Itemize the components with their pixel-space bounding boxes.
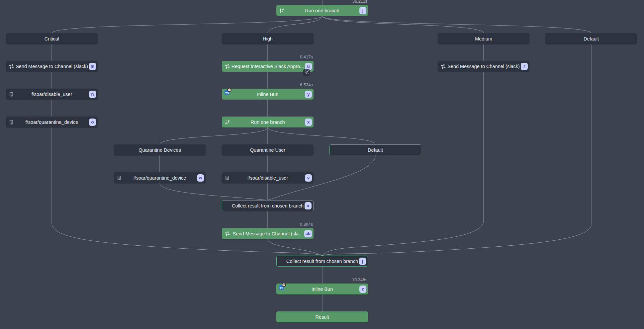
branch-header-medium[interactable]: Medium [438, 33, 529, 44]
flow-canvas[interactable]: 36.211s Run one branch j Critical High M… [0, 0, 644, 329]
node-label: Collect result from chosen branch [277, 259, 367, 264]
node-critical-quarantine-device[interactable]: f/soar/quarantine_device o [6, 117, 98, 127]
node-label: Result [306, 314, 338, 320]
step-id-badge: r [521, 63, 528, 70]
node-sub-disable-user-script[interactable]: f/soar/disable_user v [222, 172, 314, 183]
branch-label: High [259, 36, 276, 41]
node-sub-collect-result[interactable]: Collect result from chosen branch x [222, 200, 314, 211]
node-label: Request Interactive Slack Appro... [222, 64, 313, 69]
node-high-inline-bun[interactable]: 6.534s TS Inline Bun y [222, 89, 314, 100]
node-sub-quarantine-device-script[interactable]: f/soar/quarantine_device w [114, 172, 206, 183]
slack-icon [9, 64, 14, 69]
step-id-badge: n [89, 91, 96, 98]
branch-label: Default [364, 147, 386, 153]
duration-label: 10.348s [352, 277, 367, 282]
step-id-badge: ab [304, 230, 312, 237]
node-label: Send Message to Channel (slack) [6, 64, 97, 69]
node-label: f/soar/quarantine_device [16, 120, 88, 125]
step-id-badge: u [305, 63, 312, 70]
workspace-script-icon [9, 120, 14, 124]
node-label: Inline Bun [302, 287, 342, 292]
slack-icon [225, 231, 230, 236]
branch-header-sub-default-chosen[interactable]: Default [329, 144, 421, 155]
git-branch-icon [279, 8, 284, 13]
node-medium-send-message[interactable]: Send Message to Channel (slack) r [438, 61, 529, 72]
branch-label: Quarantine User [247, 147, 289, 153]
slack-icon [441, 64, 446, 69]
node-run-one-branch-top[interactable]: 36.211s Run one branch j [276, 5, 368, 16]
node-label: Run one branch [296, 8, 348, 13]
node-label: f/soar/quarantine_device [124, 175, 196, 181]
slack-icon [225, 64, 230, 69]
suspend-approval-chip [303, 69, 310, 75]
duration-label: 0.304s [300, 222, 313, 227]
node-label: f/soar/disable_user [238, 175, 298, 181]
node-final-inline-bun[interactable]: 10.348s TS Inline Bun z [276, 284, 368, 294]
branch-label: Medium [472, 36, 496, 41]
node-label: Send Message to Channel (sla... [224, 231, 312, 236]
step-id-badge: v [305, 174, 312, 182]
node-main-collect-result[interactable]: Collect result from chosen branch j [276, 256, 368, 267]
duration-label: 6.534s [300, 82, 313, 87]
node-label: f/soar/disable_user [22, 92, 82, 97]
node-high-send-message[interactable]: 0.304s Send Message to Channel (sla... a… [222, 228, 314, 239]
step-id-badge: m [89, 63, 96, 70]
step-id-badge: w [197, 174, 204, 182]
step-id-badge: x [305, 119, 312, 126]
step-id-badge: z [359, 286, 366, 293]
node-high-run-one-branch[interactable]: Run one branch x [222, 117, 314, 127]
branch-header-quarantine-devices[interactable]: Quarantine Devices [114, 144, 206, 155]
step-id-badge: y [305, 91, 312, 98]
step-id-badge: o [89, 119, 96, 126]
workspace-script-icon [9, 92, 14, 97]
branch-header-high[interactable]: High [222, 33, 314, 44]
node-label: Collect result from chosen branch [223, 203, 313, 208]
node-high-request-approval[interactable]: 0.417s Request Interactive Slack Appro..… [222, 61, 314, 72]
phone-incoming-icon [305, 70, 309, 74]
bun-icon [227, 88, 231, 93]
git-branch-icon [225, 120, 230, 124]
step-id-badge: x [305, 202, 312, 209]
duration-label: 36.211s [352, 0, 367, 4]
branch-label: Critical [41, 36, 62, 41]
node-label: Inline Bun [248, 92, 288, 97]
step-id-badge: j [359, 258, 366, 265]
duration-label: 0.417s [300, 54, 313, 59]
workspace-script-icon [117, 175, 122, 180]
step-id-badge: j [359, 7, 366, 14]
bun-icon [282, 283, 286, 288]
branch-label: Quarantine Devices [135, 147, 184, 153]
branch-label: Default [580, 36, 602, 41]
branch-header-default[interactable]: Default [545, 33, 637, 44]
node-result[interactable]: Result [276, 311, 368, 322]
node-label: Send Message to Channel (slack) [438, 64, 529, 69]
flow-edges [0, 0, 644, 329]
node-label: Run one branch [241, 120, 294, 125]
node-critical-send-message[interactable]: Send Message to Channel (slack) m [6, 61, 98, 72]
node-critical-disable-user[interactable]: f/soar/disable_user n [6, 89, 98, 100]
workspace-script-icon [225, 175, 230, 180]
branch-header-quarantine-user[interactable]: Quarantine User [222, 144, 314, 155]
branch-header-critical[interactable]: Critical [6, 33, 98, 44]
